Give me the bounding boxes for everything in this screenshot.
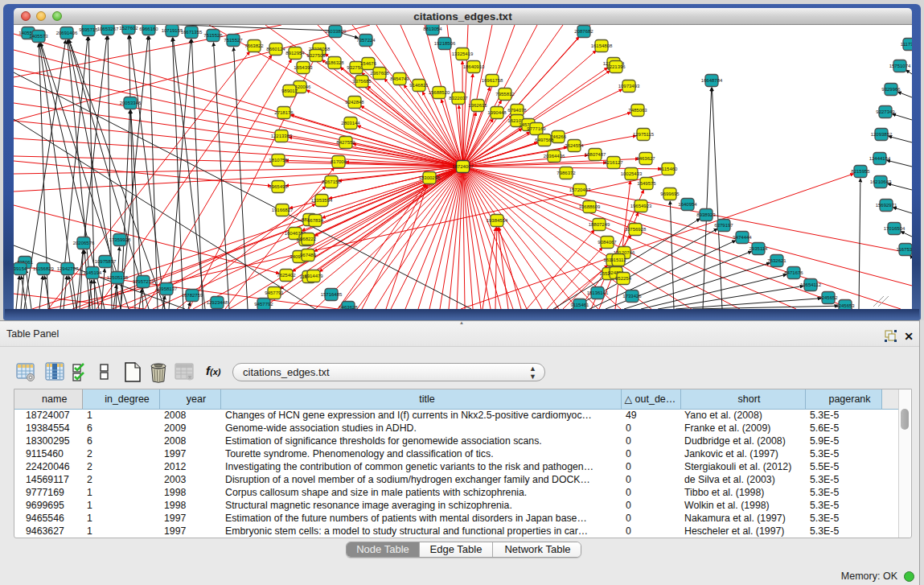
svg-text:18640910: 18640910 [463,64,485,69]
svg-text:6379197: 6379197 [714,223,733,228]
svg-text:12444154: 12444154 [869,156,891,161]
svg-text:2367608: 2367608 [370,71,389,76]
svg-text:6216127: 6216127 [604,160,623,165]
svg-text:3624554: 3624554 [565,143,584,148]
svg-text:8427552: 8427552 [336,140,355,145]
svg-text:8912954: 8912954 [285,51,305,56]
svg-text:15688520: 15688520 [429,90,450,95]
svg-text:12942757: 12942757 [57,266,79,271]
svg-text:7357224: 7357224 [356,38,376,43]
svg-text:16210643: 16210643 [870,179,892,184]
svg-text:1405573: 1405573 [29,34,48,39]
svg-text:1167534: 1167534 [897,247,912,252]
svg-text:968222: 968222 [300,237,317,241]
svg-text:19166827: 19166827 [272,208,294,212]
svg-text:6497568: 6497568 [535,138,554,142]
svg-text:10807487: 10807487 [585,152,606,157]
svg-text:1990448: 1990448 [487,110,507,115]
svg-text:8186328: 8186328 [325,60,344,65]
svg-text:17957273: 17957273 [133,279,154,284]
svg-text:967489: 967489 [300,253,317,257]
svg-text:8938923: 8938923 [696,212,716,217]
svg-text:8267150: 8267150 [322,179,341,184]
svg-text:9329966: 9329966 [881,87,901,92]
svg-text:9474444: 9474444 [733,235,752,240]
svg-text:154676: 154676 [360,61,377,66]
svg-text:17359928: 17359928 [109,237,131,242]
svg-text:10688609: 10688609 [579,204,601,209]
svg-text:15136141: 15136141 [587,290,609,295]
svg-text:1810755: 1810755 [269,158,288,163]
svg-text:16671355: 16671355 [181,30,203,35]
svg-text:7955812: 7955812 [495,92,515,97]
svg-text:17016504: 17016504 [884,226,906,231]
svg-text:15720407: 15720407 [569,187,591,192]
svg-text:10654112: 10654112 [800,282,822,287]
svg-text:6794078: 6794078 [507,108,527,113]
svg-text:8813054: 8813054 [423,27,442,31]
svg-text:1654393: 1654393 [294,65,313,70]
svg-text:6914479: 6914479 [304,274,323,278]
svg-text:18300295: 18300295 [419,175,441,180]
svg-text:6966160: 6966160 [139,27,158,31]
svg-text:15751074: 15751074 [889,64,911,68]
svg-text:10756928: 10756928 [625,227,647,232]
svg-text:1527602: 1527602 [119,26,138,31]
svg-text:18807249: 18807249 [589,222,610,227]
svg-text:10975857: 10975857 [95,259,117,264]
svg-text:7986372: 7986372 [556,171,576,175]
svg-text:19654923: 19654923 [630,204,652,208]
svg-text:9699695: 9699695 [660,192,680,196]
svg-text:9227349: 9227349 [876,109,895,114]
svg-text:10025433: 10025433 [621,171,643,176]
svg-text:12975115: 12975115 [633,132,655,137]
svg-text:11156829: 11156829 [33,266,54,271]
svg-text:1221396: 1221396 [606,64,626,69]
svg-text:2718176: 2718176 [274,110,294,115]
svg-text:1145194: 1145194 [84,270,103,275]
svg-text:3375685: 3375685 [352,79,372,84]
svg-text:8322037: 8322037 [449,96,468,101]
svg-text:13325419: 13325419 [452,51,474,56]
svg-text:9463627: 9463627 [636,156,655,161]
svg-text:667834: 667834 [307,218,324,223]
svg-text:7515526: 7515526 [203,33,223,38]
svg-text:9084067: 9084067 [598,240,617,245]
svg-text:817004: 817004 [331,159,347,164]
svg-text:9245652: 9245652 [819,295,838,300]
svg-text:9146821: 9146821 [409,83,429,88]
svg-text:20364436: 20364436 [544,154,565,159]
svg-text:1640954: 1640954 [678,202,697,207]
svg-text:10958137: 10958137 [156,286,178,291]
svg-text:18724007: 18724007 [452,164,474,169]
svg-text:1965493: 1965493 [269,184,288,189]
svg-text:2803144: 2803144 [341,121,360,126]
svg-text:7625402: 7625402 [277,273,296,278]
svg-text:8660124: 8660124 [266,47,285,51]
svg-text:8215955: 8215955 [851,169,870,174]
svg-text:16961758: 16961758 [482,78,503,83]
svg-text:2087682: 2087682 [574,29,593,34]
svg-text:12213363: 12213363 [271,134,293,138]
svg-text:16154808: 16154808 [591,43,613,48]
svg-text:7632621: 7632621 [767,258,786,263]
svg-text:7515527: 7515527 [224,38,243,43]
svg-text:7485063: 7485063 [628,108,647,113]
svg-text:12093852: 12093852 [871,132,893,137]
svg-text:989017: 989017 [281,89,298,93]
svg-text:9242848: 9242848 [345,100,364,105]
svg-text:9327509: 9327509 [306,53,326,58]
svg-text:9777169: 9777169 [527,126,546,131]
svg-text:15716485: 15716485 [321,292,343,297]
svg-text:9115461: 9115461 [571,303,590,307]
svg-text:19384554: 19384554 [487,218,508,223]
svg-text:9245653: 9245653 [836,303,855,308]
svg-text:9457791: 9457791 [265,290,284,295]
svg-text:8471676: 8471676 [784,270,803,275]
svg-text:1117376: 1117376 [901,42,912,47]
svg-text:9115460: 9115460 [659,167,679,171]
svg-text:13353594: 13353594 [311,198,333,203]
svg-text:12505135: 12505135 [107,275,129,280]
svg-text:20053346: 20053346 [120,101,142,105]
svg-text:16782759: 16782759 [182,293,203,298]
